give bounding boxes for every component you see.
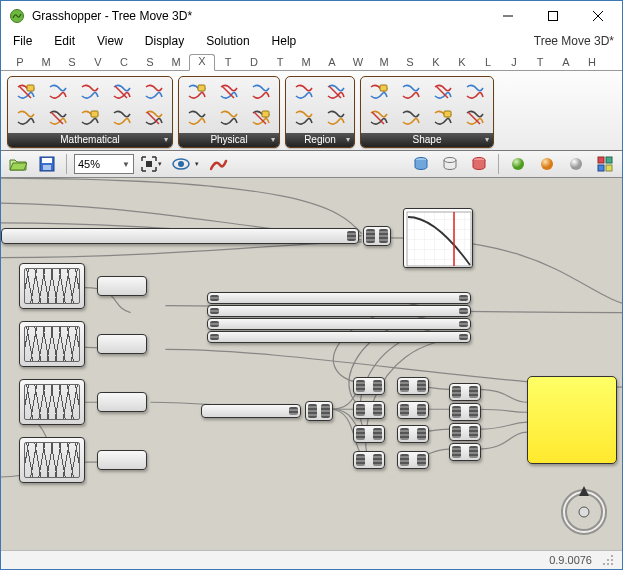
preview-mode-button[interactable]: ▾: [168, 153, 202, 175]
zoom-extents-button[interactable]: ▾: [139, 153, 163, 175]
component-button[interactable]: [11, 106, 41, 130]
category-tab[interactable]: M: [293, 56, 319, 70]
graph-mapper[interactable]: [403, 208, 473, 268]
component-button[interactable]: [43, 106, 73, 130]
canvas-group[interactable]: [527, 376, 617, 464]
category-tab[interactable]: T: [527, 56, 553, 70]
preview-shaded-button[interactable]: [409, 153, 433, 175]
menu-display[interactable]: Display: [141, 33, 188, 49]
canvas-node[interactable]: [353, 425, 385, 443]
canvas-node[interactable]: [397, 377, 429, 395]
canvas-node[interactable]: [449, 423, 481, 441]
category-tab[interactable]: M: [371, 56, 397, 70]
category-tab[interactable]: D: [241, 56, 267, 70]
category-tab[interactable]: K: [423, 56, 449, 70]
category-tab[interactable]: A: [553, 56, 579, 70]
component-button[interactable]: [139, 80, 169, 104]
component-button[interactable]: [107, 106, 137, 130]
component-button[interactable]: [364, 106, 394, 130]
component-button[interactable]: [75, 106, 105, 130]
component-button[interactable]: [396, 80, 426, 104]
preview-disabled-button[interactable]: [467, 153, 491, 175]
category-tab[interactable]: H: [579, 56, 605, 70]
component-button[interactable]: [396, 106, 426, 130]
canvas-node[interactable]: [1, 228, 359, 244]
component-button[interactable]: [214, 80, 244, 104]
category-tab[interactable]: S: [397, 56, 423, 70]
component-button[interactable]: [11, 80, 41, 104]
component-button[interactable]: [246, 106, 276, 130]
menu-edit[interactable]: Edit: [50, 33, 79, 49]
menu-view[interactable]: View: [93, 33, 127, 49]
component-button[interactable]: [182, 106, 212, 130]
canvas-node[interactable]: [207, 318, 471, 330]
preview-wireframe-button[interactable]: [438, 153, 462, 175]
save-file-button[interactable]: [35, 153, 59, 175]
category-tab[interactable]: T: [267, 56, 293, 70]
canvas-node[interactable]: [449, 383, 481, 401]
component-button[interactable]: [289, 106, 319, 130]
component-button[interactable]: [428, 106, 458, 130]
component-button[interactable]: [107, 80, 137, 104]
category-tab[interactable]: M: [33, 56, 59, 70]
component-button[interactable]: [139, 106, 169, 130]
canvas-node[interactable]: [353, 451, 385, 469]
canvas-node[interactable]: [449, 443, 481, 461]
menu-solution[interactable]: Solution: [202, 33, 253, 49]
component-button[interactable]: [246, 80, 276, 104]
canvas[interactable]: [1, 178, 622, 550]
component-button[interactable]: [182, 80, 212, 104]
category-tab[interactable]: W: [345, 56, 371, 70]
component-button[interactable]: [321, 80, 351, 104]
zoom-dropdown[interactable]: 45% ▼: [74, 154, 134, 174]
menu-help[interactable]: Help: [268, 33, 301, 49]
preview-selected-button[interactable]: [506, 153, 530, 175]
canvas-node[interactable]: [97, 450, 147, 470]
canvas-node[interactable]: [201, 404, 301, 418]
component-button[interactable]: [364, 80, 394, 104]
category-tab[interactable]: X: [189, 54, 215, 71]
category-tab[interactable]: M: [163, 56, 189, 70]
category-tab[interactable]: P: [7, 56, 33, 70]
ribbon-panel-label[interactable]: Shape: [361, 133, 493, 147]
category-tab[interactable]: L: [475, 56, 501, 70]
component-button[interactable]: [321, 106, 351, 130]
minimize-button[interactable]: [485, 2, 530, 31]
canvas-node[interactable]: [97, 276, 147, 296]
sketch-button[interactable]: [207, 153, 231, 175]
ribbon-panel-label[interactable]: Mathematical: [8, 133, 172, 147]
canvas-node[interactable]: [19, 263, 85, 309]
component-button[interactable]: [214, 106, 244, 130]
preview-mesh-button[interactable]: [535, 153, 559, 175]
component-button[interactable]: [43, 80, 73, 104]
category-tab[interactable]: S: [59, 56, 85, 70]
menu-file[interactable]: File: [9, 33, 36, 49]
canvas-node[interactable]: [353, 377, 385, 395]
category-tab[interactable]: J: [501, 56, 527, 70]
canvas-node[interactable]: [207, 292, 471, 304]
canvas-node[interactable]: [207, 305, 471, 317]
ribbon-panel-label[interactable]: Physical: [179, 133, 279, 147]
category-tab[interactable]: V: [85, 56, 111, 70]
component-button[interactable]: [428, 80, 458, 104]
component-button[interactable]: [75, 80, 105, 104]
close-button[interactable]: [575, 2, 620, 31]
canvas-node[interactable]: [97, 392, 147, 412]
open-file-button[interactable]: [6, 153, 30, 175]
canvas-node[interactable]: [397, 425, 429, 443]
component-button[interactable]: [460, 106, 490, 130]
category-tab[interactable]: C: [111, 56, 137, 70]
canvas-node[interactable]: [363, 226, 391, 246]
canvas-node[interactable]: [397, 451, 429, 469]
preview-off-button[interactable]: [564, 153, 588, 175]
category-tab[interactable]: T: [215, 56, 241, 70]
canvas-node[interactable]: [97, 334, 147, 354]
component-button[interactable]: [460, 80, 490, 104]
canvas-node[interactable]: [19, 379, 85, 425]
ribbon-panel-label[interactable]: Region: [286, 133, 354, 147]
category-tab[interactable]: K: [449, 56, 475, 70]
canvas-node[interactable]: [19, 437, 85, 483]
maximize-button[interactable]: [530, 2, 575, 31]
canvas-node[interactable]: [397, 401, 429, 419]
canvas-node[interactable]: [207, 331, 471, 343]
